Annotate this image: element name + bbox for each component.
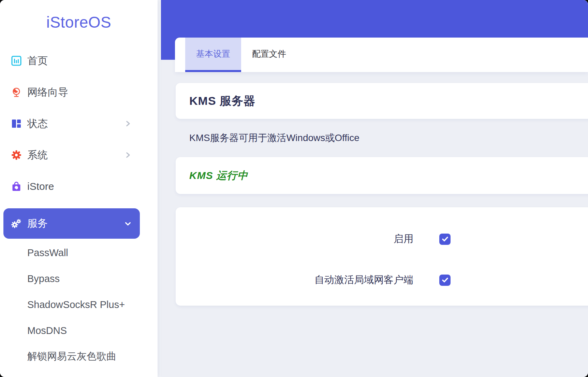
page-title: KMS 服务器 [189, 93, 255, 109]
chevron-right-icon [124, 120, 132, 127]
chevron-down-icon [124, 220, 132, 227]
settings-form-card: 启用 自动激活局域网客户端 [176, 207, 588, 306]
sidebar-item-home[interactable]: 首页 [0, 51, 158, 70]
gear-icon [11, 150, 21, 160]
sidebar-subitem-unlock-netease[interactable]: 解锁网易云灰色歌曲 [0, 347, 158, 366]
tab-bar: 基本设置 配置文件 [175, 38, 588, 72]
sidebar-subitem-shadowsocksr[interactable]: ShadowSocksR Plus+ [0, 295, 158, 314]
main-content: 基本设置 配置文件 KMS 服务器 KMS服务器可用于激活Windows或Off… [161, 0, 588, 377]
dashboard-icon [11, 56, 21, 66]
tab-label: 基本设置 [196, 48, 230, 59]
globe-icon [11, 87, 21, 97]
sidebar-subitem-mosdns[interactable]: MosDNS [0, 321, 158, 340]
auto-activate-checkbox[interactable] [439, 275, 451, 286]
check-icon [441, 235, 449, 243]
tab-basic-settings[interactable]: 基本设置 [185, 38, 241, 72]
sidebar-item-label: 首页 [27, 54, 48, 68]
sidebar-item-label: iStore [27, 181, 54, 192]
sidebar-item-network-wizard[interactable]: 网络向导 [0, 83, 158, 102]
services-gears-icon [11, 219, 21, 229]
form-row-auto-activate: 自动激活局域网客户端 [189, 273, 588, 287]
status-card: KMS 运行中 [176, 157, 588, 194]
sidebar-item-label: 网络向导 [27, 85, 68, 99]
sidebar-subitem-label: 解锁网易云灰色歌曲 [27, 350, 116, 363]
sidebar-item-label: 系统 [27, 148, 48, 162]
sidebar-menu: 首页 网络向导 状态 系统 [0, 51, 158, 366]
page-body: KMS 服务器 KMS服务器可用于激活Windows或Office KMS 运行… [161, 72, 588, 377]
store-bag-icon [11, 181, 21, 192]
auto-activate-label: 自动激活局域网客户端 [189, 273, 413, 287]
sidebar-subitem-bypass[interactable]: Bypass [0, 269, 158, 288]
status-tiles-icon [11, 118, 21, 129]
sidebar-item-status[interactable]: 状态 [0, 114, 158, 133]
enable-checkbox[interactable] [439, 234, 451, 245]
sidebar-subitem-passwall[interactable]: PassWall [0, 243, 158, 262]
sidebar-item-label: 状态 [27, 117, 48, 131]
page-description: KMS服务器可用于激活Windows或Office [176, 119, 588, 157]
spacer [176, 194, 588, 207]
app-window: iStoreOS 首页 网络向导 状态 [0, 0, 588, 377]
status-badge: KMS 运行中 [189, 169, 248, 183]
sidebar-subitem-label: PassWall [27, 247, 68, 259]
sidebar-subitem-label: ShadowSocksR Plus+ [27, 299, 125, 310]
tab-label: 配置文件 [252, 48, 286, 59]
check-icon [441, 276, 449, 284]
sidebar-item-label: 服务 [27, 217, 48, 231]
sidebar-item-services[interactable]: 服务 [3, 208, 140, 239]
sidebar-item-istore[interactable]: iStore [0, 177, 158, 196]
sidebar-subitem-label: MosDNS [27, 325, 67, 336]
tab-config-file[interactable]: 配置文件 [241, 38, 297, 72]
title-card: KMS 服务器 [176, 83, 588, 119]
sidebar: iStoreOS 首页 网络向导 状态 [0, 0, 158, 377]
sidebar-subitem-label: Bypass [27, 273, 60, 284]
sidebar-item-system[interactable]: 系统 [0, 145, 158, 165]
app-logo: iStoreOS [0, 0, 158, 22]
enable-label: 启用 [189, 232, 413, 246]
chevron-right-icon [124, 151, 132, 159]
form-row-enable: 启用 [189, 232, 588, 246]
